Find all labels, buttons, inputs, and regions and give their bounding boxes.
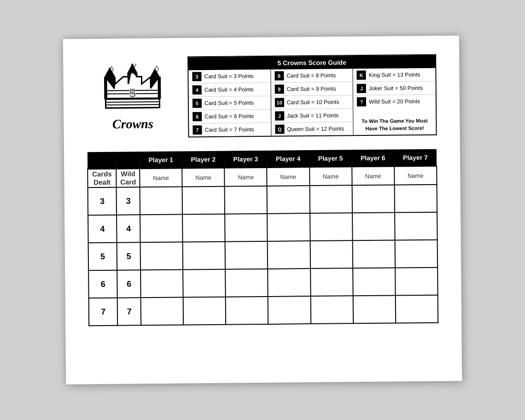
score-7-2[interactable] — [183, 297, 226, 325]
score-4-1[interactable] — [140, 215, 183, 243]
dealt-3: 3 — [88, 187, 117, 216]
wild-6: 6 — [117, 270, 141, 298]
score-6-2[interactable] — [183, 269, 226, 298]
top-section: 5 Crowns 5 Crowns Score Guide 3 Card Sui… — [86, 54, 437, 139]
th-empty1 — [88, 152, 117, 169]
wild-5: 5 — [117, 242, 140, 270]
score-7-6[interactable] — [353, 295, 396, 323]
svg-line-22 — [105, 104, 160, 105]
badge-10: 10 — [275, 98, 284, 107]
score-7-4[interactable] — [268, 296, 311, 324]
score-6-6[interactable] — [353, 268, 396, 296]
score-col-3: K King Suit = 13 Points J Joker Suit = 5… — [353, 68, 436, 135]
dealt-7: 7 — [89, 298, 118, 326]
score-7-7[interactable] — [395, 295, 438, 323]
score-text-8: Card Suit = 8 Points — [286, 72, 336, 79]
score-4-4[interactable] — [268, 213, 310, 241]
wild-7: 7 — [117, 298, 141, 325]
score-6-7[interactable] — [395, 268, 438, 296]
badge-6: 6 — [192, 112, 202, 121]
score-3-3[interactable] — [225, 186, 268, 214]
score-row-q: Q Queen Suit = 12 Points — [271, 122, 353, 136]
score-5-5[interactable] — [310, 240, 353, 268]
score-row-8: 8 Card Suit = 8 Points — [271, 69, 353, 83]
score-row-6: 6 Card Suit = 6 Points — [189, 110, 271, 124]
table-row-6: 6 6 — [88, 268, 438, 298]
th-player6: Player 6 — [352, 150, 394, 167]
score-3-1[interactable] — [140, 187, 183, 215]
score-6-4[interactable] — [268, 268, 311, 297]
badge-k: K — [357, 70, 366, 80]
score-5-6[interactable] — [352, 240, 395, 268]
score-3-7[interactable] — [394, 185, 437, 213]
score-text-10: Card Suit = 10 Points — [287, 99, 339, 106]
score-row-3: 3 Card Suit = 3 Points — [188, 70, 270, 84]
score-6-3[interactable] — [225, 269, 268, 297]
score-row-10: 10 Card Suit = 10 Points — [271, 95, 353, 110]
wild-4: 4 — [117, 215, 140, 242]
badge-j: J — [275, 111, 284, 121]
score-5-4[interactable] — [268, 241, 310, 269]
score-row-7: 7 Card Suit = 7 Points — [189, 123, 271, 137]
score-5-7[interactable] — [395, 240, 438, 268]
score-6-5[interactable] — [310, 268, 353, 296]
score-text-9: Card Suit = 9 Points — [286, 86, 336, 93]
score-col-1: 3 Card Suit = 3 Points 4 Card Suit = 4 P… — [188, 70, 271, 137]
score-5-1[interactable] — [140, 242, 183, 270]
svg-rect-20 — [106, 99, 159, 107]
svg-text:5: 5 — [129, 86, 136, 100]
score-rows-right: K King Suit = 13 Points J Joker Suit = 5… — [353, 68, 436, 116]
score-text-4: Card Suit = 4 Points — [204, 86, 254, 93]
score-table-wrapper: Player 1 Player 2 Player 3 Player 4 Play… — [87, 149, 438, 327]
score-text-6: Card Suit = 6 Points — [204, 113, 254, 120]
win-note: To Win The Game You Must Have The Lowest… — [354, 115, 436, 135]
score-row-j: J Jack Suit = 11 Points — [271, 109, 353, 123]
score-3-4[interactable] — [267, 186, 310, 214]
badge-joker: J — [357, 84, 366, 93]
logo-section: 5 Crowns — [86, 57, 179, 139]
score-5-2[interactable] — [183, 242, 226, 270]
table-row-7: 7 7 — [89, 295, 438, 326]
name-row: CardsDealt WildCard Name Name Name Name … — [88, 166, 437, 188]
dealt-4: 4 — [88, 215, 117, 243]
page: 5 Crowns 5 Crowns Score Guide 3 Card Sui… — [63, 35, 462, 384]
dealt-5: 5 — [88, 243, 117, 271]
score-text-joker: Joker Suit = 50 Points — [369, 85, 423, 92]
score-4-7[interactable] — [395, 212, 438, 240]
score-row-k: K King Suit = 13 Points — [353, 68, 436, 82]
th-player1: Player 1 — [140, 152, 182, 169]
th-player7: Player 7 — [394, 149, 437, 167]
score-4-6[interactable] — [352, 212, 395, 240]
score-row-wild: ? Wild Suit = 20 Points — [353, 95, 436, 109]
name-cell-4: Name — [267, 167, 309, 186]
badge-3: 3 — [192, 72, 201, 81]
th-player3: Player 3 — [224, 151, 267, 168]
table-row-4: 4 4 — [88, 212, 437, 243]
name-cell-1: Name — [140, 169, 182, 187]
score-7-5[interactable] — [310, 296, 353, 324]
score-3-2[interactable] — [182, 187, 225, 215]
score-col-2: 8 Card Suit = 8 Points 9 Card Suit = 9 P… — [271, 69, 354, 136]
score-4-5[interactable] — [310, 213, 353, 241]
name-cell-7: Name — [394, 166, 437, 185]
th-player4: Player 4 — [267, 150, 309, 168]
score-5-3[interactable] — [225, 241, 268, 269]
score-3-6[interactable] — [352, 185, 395, 213]
score-text-k: King Suit = 13 Points — [369, 71, 420, 78]
score-3-5[interactable] — [309, 185, 352, 213]
score-7-3[interactable] — [226, 297, 268, 325]
dealt-6: 6 — [88, 270, 117, 298]
crowns-label: Crowns — [112, 117, 153, 132]
name-cell-5: Name — [309, 167, 352, 186]
score-6-1[interactable] — [140, 270, 183, 298]
crown-logo: 5 — [98, 63, 167, 119]
score-text-5: Card Suit = 5 Points — [204, 99, 254, 106]
score-4-3[interactable] — [225, 214, 268, 242]
badge-8: 8 — [274, 71, 284, 81]
score-row-5: 5 Card Suit = 5 Points — [189, 96, 271, 111]
score-7-1[interactable] — [141, 298, 184, 326]
wild-card-label: WildCard — [117, 169, 140, 187]
table-row-5: 5 5 — [88, 240, 438, 271]
name-cell-2: Name — [182, 168, 224, 187]
score-4-2[interactable] — [182, 214, 225, 242]
